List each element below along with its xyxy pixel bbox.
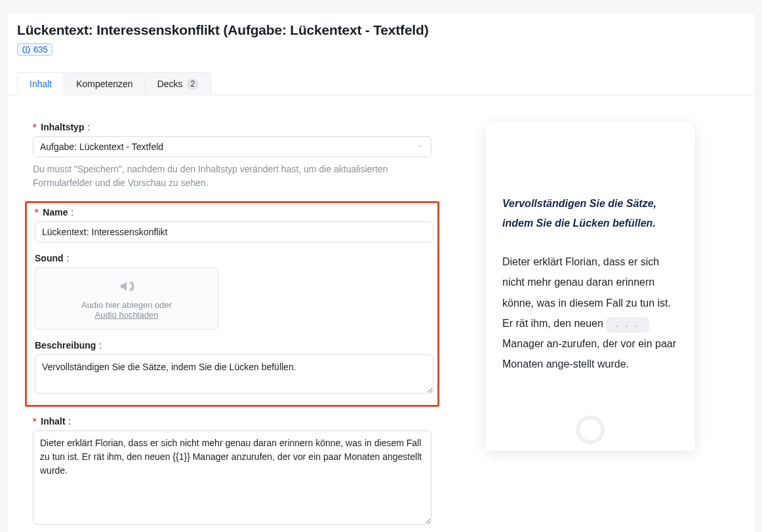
tabs: Inhalt Kompetenzen Decks 2	[8, 72, 754, 96]
field-inhalt: * Inhalt : Dieter erklärt Florian, dass …	[33, 416, 439, 527]
gap-input[interactable]: . . .	[606, 317, 649, 333]
beschreibung-textarea[interactable]: Vervollständigen Sie die Sätze, indem Si…	[35, 354, 433, 394]
header: Lückentext: Interessenskonflikt (Aufgabe…	[8, 22, 754, 63]
tab-kompetenzen[interactable]: Kompetenzen	[64, 72, 145, 96]
brain-icon	[22, 45, 31, 54]
highlight-box: * Name : Sound :	[25, 201, 439, 407]
field-inhaltstyp: * Inhaltstyp : Aufgabe: Lückentext - Tex…	[33, 122, 439, 191]
name-input[interactable]	[35, 221, 433, 242]
name-label: * Name :	[35, 207, 430, 218]
points-value: 635	[33, 45, 48, 54]
tab-decks[interactable]: Decks 2	[146, 72, 212, 96]
page-title: Lückentext: Interessenskonflikt (Aufgabe…	[17, 22, 745, 38]
preview-body: Dieter erklärt Florian, dass er sich nic…	[502, 252, 678, 374]
audio-upload-link[interactable]: Audio hochladen	[42, 310, 211, 320]
preview-text-after: Manager an-zurufen, der vor ein paar Mon…	[502, 338, 676, 370]
speaker-icon	[42, 278, 211, 296]
required-marker: *	[33, 416, 36, 427]
field-sound: Sound : Audio hier ablegen oder Audio ho…	[35, 253, 430, 330]
editor-page: Lückentext: Interessenskonflikt (Aufgabe…	[8, 13, 754, 532]
preview-card: Vervollständigen Sie die Sätze, indem Si…	[485, 122, 695, 449]
inhaltstyp-value: Aufgabe: Lückentext - Textfeld	[40, 142, 163, 152]
form-column: * Inhaltstyp : Aufgabe: Lückentext - Tex…	[17, 122, 439, 533]
audio-dropzone[interactable]: Audio hier ablegen oder Audio hochladen	[35, 267, 218, 330]
preview-instruction: Vervollständigen Sie die Sätze, indem Si…	[502, 194, 678, 234]
inhaltstyp-select[interactable]: Aufgabe: Lückentext - Textfeld	[33, 136, 431, 157]
inhalt-label: * Inhalt :	[33, 416, 439, 427]
content-row: * Inhaltstyp : Aufgabe: Lückentext - Tex…	[8, 96, 754, 533]
preview-handle	[485, 415, 695, 444]
required-marker: *	[35, 207, 38, 218]
tab-inhalt[interactable]: Inhalt	[17, 72, 64, 96]
drag-handle-icon[interactable]	[576, 415, 605, 444]
inhalt-textarea[interactable]: Dieter erklärt Florian, dass er sich nic…	[33, 430, 431, 525]
field-name: * Name :	[35, 207, 430, 242]
preview-column: Vervollständigen Sie die Sätze, indem Si…	[485, 122, 695, 449]
field-beschreibung: Beschreibung : Vervollständigen Sie die …	[35, 340, 430, 396]
tab-decks-count: 2	[187, 79, 199, 90]
points-badge[interactable]: 635	[17, 43, 52, 56]
audio-drop-text: Audio hier ablegen oder	[42, 300, 211, 310]
tab-decks-label: Decks	[157, 79, 183, 89]
sound-label: Sound :	[35, 253, 430, 263]
tab-kompetenzen-label: Kompetenzen	[76, 79, 132, 89]
chevron-down-icon	[416, 142, 424, 152]
required-marker: *	[33, 122, 36, 132]
inhaltstyp-help: Du musst "Speichern", nachdem du den Inh…	[33, 162, 431, 191]
inhaltstyp-label: * Inhaltstyp :	[33, 122, 439, 132]
tab-inhalt-label: Inhalt	[30, 79, 52, 89]
beschreibung-label: Beschreibung :	[35, 340, 430, 351]
